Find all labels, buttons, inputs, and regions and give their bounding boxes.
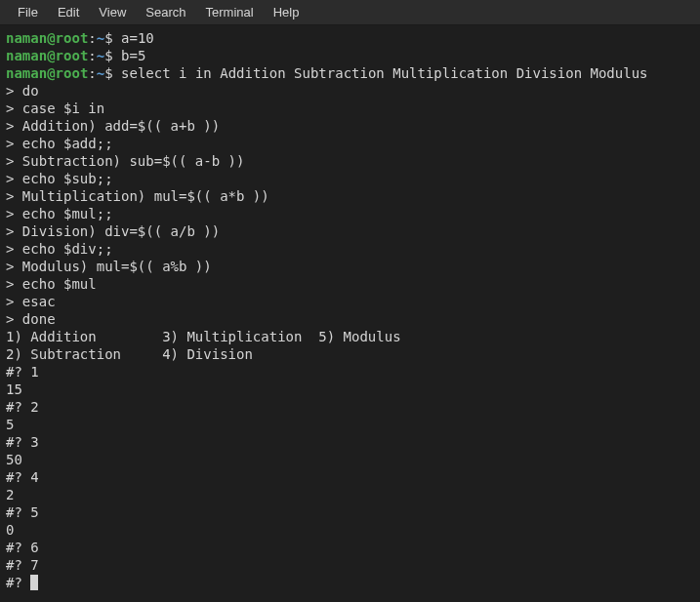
- cursor-icon: [30, 575, 38, 590]
- menu-file[interactable]: File: [8, 5, 48, 20]
- prompt-dollar: $: [104, 30, 112, 46]
- terminal-line: #? 2: [6, 398, 694, 416]
- terminal-line: > echo $add;;: [6, 135, 694, 152]
- prompt-host: root: [56, 30, 89, 46]
- prompt-colon: :: [88, 30, 96, 46]
- prompt-host: root: [56, 48, 89, 63]
- prompt-path: ~: [97, 65, 104, 81]
- terminal-line: 5: [6, 416, 694, 433]
- command-text: a=10: [113, 30, 154, 46]
- terminal-line: > Modulus) mul=$(( a%b )): [6, 258, 694, 275]
- terminal-line: 50: [6, 451, 694, 468]
- prompt-input: #?: [6, 575, 30, 590]
- terminal-line: > Division) div=$(( a/b )): [6, 222, 694, 240]
- prompt-host: root: [56, 65, 89, 81]
- prompt-colon: :: [88, 48, 96, 63]
- prompt-at: @: [47, 65, 55, 81]
- prompt-user: naman: [6, 30, 47, 46]
- terminal-line: #? 6: [6, 539, 694, 556]
- terminal-line: > do: [6, 82, 694, 100]
- prompt-at: @: [47, 48, 55, 63]
- terminal-body[interactable]: naman@root:~$ a=10 naman@root:~$ b=5 nam…: [0, 25, 700, 595]
- terminal-line: #? 4: [6, 468, 694, 486]
- menubar: File Edit View Search Terminal Help: [0, 0, 700, 25]
- terminal-line: #? 5: [6, 503, 694, 521]
- terminal-line: #? 1: [6, 363, 694, 381]
- terminal-line: 2) Subtraction 4) Division: [6, 345, 694, 363]
- menu-help[interactable]: Help: [264, 5, 309, 20]
- menu-view[interactable]: View: [89, 5, 136, 20]
- terminal-line: 1) Addition 3) Multiplication 5) Modulus: [6, 328, 694, 345]
- terminal-line: naman@root:~$ a=10: [6, 29, 694, 47]
- prompt-colon: :: [88, 65, 96, 81]
- terminal-line: 2: [6, 486, 694, 503]
- prompt-at: @: [47, 30, 55, 46]
- terminal-line: > Subtraction) sub=$(( a-b )): [6, 152, 694, 170]
- menu-edit[interactable]: Edit: [48, 5, 89, 20]
- terminal-line: > done: [6, 310, 694, 328]
- command-text: select i in Addition Subtraction Multipl…: [113, 65, 648, 81]
- terminal-line: > echo $mul: [6, 275, 694, 293]
- terminal-line: naman@root:~$ select i in Addition Subtr…: [6, 64, 694, 82]
- terminal-line: naman@root:~$ b=5: [6, 47, 694, 64]
- terminal-line: > echo $mul;;: [6, 205, 694, 222]
- terminal-line: 15: [6, 381, 694, 398]
- prompt-path: ~: [97, 48, 104, 63]
- command-text: b=5: [113, 48, 146, 63]
- prompt-dollar: $: [104, 65, 112, 81]
- prompt-user: naman: [6, 65, 47, 81]
- terminal-line: > echo $sub;;: [6, 170, 694, 187]
- terminal-line: > Multiplication) mul=$(( a*b )): [6, 187, 694, 205]
- terminal-line: #? 7: [6, 556, 694, 574]
- terminal-line: 0: [6, 521, 694, 539]
- terminal-line: > case $i in: [6, 100, 694, 117]
- terminal-line: > echo $div;;: [6, 240, 694, 258]
- prompt-user: naman: [6, 48, 47, 63]
- terminal-line: > esac: [6, 293, 694, 310]
- menu-terminal[interactable]: Terminal: [196, 5, 264, 20]
- terminal-line: #?: [6, 574, 694, 591]
- prompt-dollar: $: [104, 48, 112, 63]
- menu-search[interactable]: Search: [136, 5, 195, 20]
- prompt-path: ~: [97, 30, 104, 46]
- terminal-line: > Addition) add=$(( a+b )): [6, 117, 694, 135]
- terminal-line: #? 3: [6, 433, 694, 451]
